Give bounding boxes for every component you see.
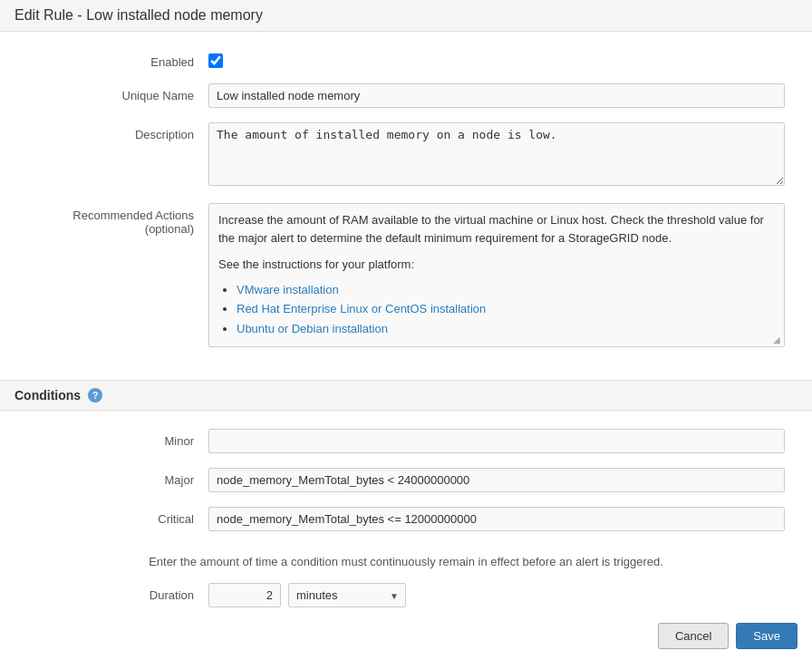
duration-unit-select[interactable]: seconds minutes hours days [288,583,406,607]
cancel-button[interactable]: Cancel [658,623,729,649]
duration-input[interactable] [208,583,281,607]
duration-helper-text: Enter the amount of time a condition mus… [27,546,785,583]
critical-row: Critical [27,507,785,531]
list-item: Red Hat Enterprise Linux or CentOS insta… [237,300,775,318]
duration-label: Duration [27,583,208,602]
save-button[interactable]: Save [736,623,798,649]
redhat-link[interactable]: Red Hat Enterprise Linux or CentOS insta… [237,302,486,315]
conditions-section-header: Conditions ? [0,380,812,411]
enabled-control [208,50,785,68]
duration-row: Duration seconds minutes hours days ▼ [27,583,785,607]
recommended-actions-control: Increase the amount of RAM available to … [208,203,785,347]
minor-label: Minor [27,429,208,448]
enabled-label: Enabled [27,50,208,69]
form-container: Enabled Unique Name Description The amou… [0,32,812,380]
duration-select-wrap: seconds minutes hours days ▼ [288,583,406,607]
major-input[interactable] [208,468,785,492]
major-control [208,468,785,492]
description-textarea[interactable]: The amount of installed memory on a node… [208,122,785,186]
enabled-checkbox[interactable] [208,53,223,68]
description-label: Description [27,122,208,141]
enabled-checkbox-wrap [208,50,785,68]
major-label: Major [27,468,208,487]
unique-name-input[interactable] [208,83,785,108]
minor-row: Minor [27,429,785,453]
recommended-actions-label: Recommended Actions (optional) [27,203,208,236]
resize-handle: ◢ [773,335,782,345]
conditions-help-icon[interactable]: ? [88,388,102,403]
list-item: Ubuntu or Debian installation [237,320,775,338]
footer-buttons: Cancel Save [658,623,798,649]
unique-name-row: Unique Name [27,83,785,108]
recommended-actions-row: Recommended Actions (optional) Increase … [27,203,785,347]
critical-label: Critical [27,507,208,526]
recommended-actions-box: Increase the amount of RAM available to … [208,203,785,347]
conditions-title: Conditions [14,388,81,403]
page-title: Edit Rule - Low installed node memory [14,7,798,24]
vmware-link[interactable]: VMware installation [237,283,339,296]
recommended-actions-text2: See the instructions for your platform: [218,256,775,274]
description-row: Description The amount of installed memo… [27,122,785,189]
page-wrapper: Edit Rule - Low installed node memory En… [0,0,812,660]
enabled-row: Enabled [27,50,785,69]
page-header: Edit Rule - Low installed node memory [0,0,812,32]
description-control: The amount of installed memory on a node… [208,122,785,189]
recommended-actions-text1: Increase the amount of RAM available to … [218,211,775,247]
duration-control: seconds minutes hours days ▼ [208,583,785,607]
duration-input-row: seconds minutes hours days ▼ [208,583,785,607]
recommended-actions-links: VMware installation Red Hat Enterprise L… [237,281,775,338]
conditions-form: Minor Major Critical Enter the amount of… [0,425,812,640]
ubuntu-link[interactable]: Ubuntu or Debian installation [237,322,388,335]
major-row: Major [27,468,785,492]
minor-input[interactable] [208,429,785,453]
critical-control [208,507,785,531]
unique-name-control [208,83,785,108]
unique-name-label: Unique Name [27,83,208,102]
critical-input[interactable] [208,507,785,531]
minor-control [208,429,785,453]
list-item: VMware installation [237,281,775,299]
